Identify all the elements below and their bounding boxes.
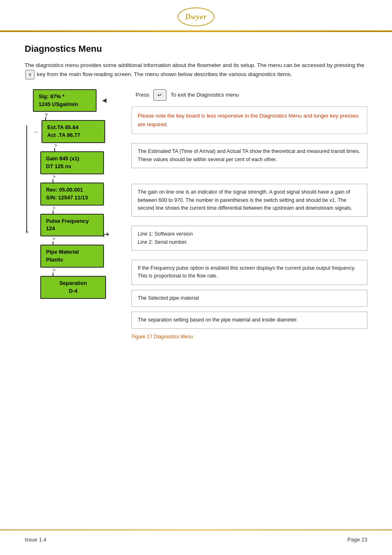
gain-desc-text: The gain on line one is an indicator of … — [138, 189, 352, 211]
pipe-box-row: Pipe Material Plastic — [33, 245, 104, 268]
gap2 — [131, 171, 367, 184]
flowchart-item-esta: → Est.TA 85.64 Act .TA 86.77 > — [33, 120, 115, 151]
gain-box-row: Gain 845 (x1) DT 125 ns — [33, 151, 104, 174]
arrow-r3: > — [33, 206, 55, 210]
press-label: Press — [136, 92, 149, 98]
press-enter-row: Press ↵ To exit the Diagnostics menu — [131, 89, 367, 101]
warning-box: Please note the key board is less respon… — [131, 106, 367, 134]
rev-desc-box: Line 1: Software version Line 2: Serial … — [131, 226, 367, 251]
line-v3 — [53, 179, 53, 183]
esta-line1: Est.TA 85.64 — [47, 124, 78, 130]
arrow-v1: v — [45, 112, 48, 117]
esta-box-row: → Est.TA 85.64 Act .TA 86.77 — [33, 120, 109, 143]
rev-box: Rev: 05.00.001 S/N: 12547 11/13 — [40, 183, 104, 206]
sig-box-row: Sig: 87% * 1245 USgal/min ◄ — [33, 89, 108, 112]
gap3 — [131, 219, 367, 226]
esta-desc-box: The Estimated TA (Time of Arrival) and A… — [131, 143, 367, 168]
figure-caption: Figure 17 Diagnostics Menu — [131, 334, 367, 340]
intro-text-part2: key from the main flow-reading screen. T… — [37, 71, 292, 77]
gap1 — [131, 136, 367, 143]
flowchart-item-gain: Gain 845 (x1) DT 125 ns > — [33, 151, 115, 183]
pulse-line2: 124 — [46, 225, 55, 231]
intro-text-part1: The diagnostics menu provides some addit… — [25, 62, 364, 68]
sep-desc-box: The separation setting based on the pipe… — [131, 312, 367, 328]
esta-left-arrow: → — [33, 129, 38, 135]
line-v6 — [53, 273, 53, 276]
arrow-r4: > — [33, 236, 55, 241]
sep-box-row: Separation D-4 — [33, 276, 106, 299]
rev-desc-line1: Line 1: Software version — [138, 231, 193, 237]
gain-line1: Gain 845 (x1) — [46, 155, 79, 162]
line-v4 — [53, 210, 53, 214]
line-v5 — [53, 241, 53, 245]
line-v2 — [54, 148, 55, 151]
flowchart-item-pipe: Pipe Material Plastic > — [33, 245, 115, 276]
pulse-line1: Pulse Frequency — [46, 218, 89, 224]
footer-right: Page 23 — [348, 536, 367, 543]
enter-key: ↵ — [153, 89, 166, 101]
flowchart-item-pulse: Pulse Frequency 124 > — [33, 214, 115, 245]
rev-desc-line2: Line 2: Serial number. — [138, 239, 188, 245]
v-key-badge: v — [25, 70, 35, 79]
footer-text: Issue 1.4 Page 23 — [25, 536, 367, 543]
rev-line2: S/N: 12547 11/13 — [46, 194, 88, 201]
pipe-line1: Pipe Material — [46, 249, 79, 255]
page-header: Dwyer — [0, 0, 392, 32]
description-column: Press ↵ To exit the Diagnostics menu Ple… — [115, 89, 367, 340]
flowchart-item-sig: Sig: 87% * 1245 USgal/min ◄ v — [33, 89, 115, 120]
logo-text: Dwyer — [185, 13, 207, 21]
sig-line2: 1245 USgal/min — [39, 101, 78, 107]
arrow-r2: > — [33, 174, 55, 179]
gain-desc-box: The gain on line one is an indicator of … — [131, 184, 367, 217]
left-connector-line — [26, 125, 27, 232]
sig-left-arrow: ◄ — [101, 96, 108, 105]
sep-line2: D-4 — [69, 288, 78, 294]
intro-paragraph: The diagnostics menu provides some addit… — [25, 61, 367, 79]
arrow-r5: > — [33, 268, 55, 273]
page-title: Diagnostics Menu — [25, 44, 367, 54]
arrow-r1: > — [33, 143, 57, 148]
footer-line — [0, 530, 392, 530]
gap4 — [131, 253, 367, 260]
pulse-box-row: Pulse Frequency 124 — [33, 214, 104, 237]
pulse-box: Pulse Frequency 124 — [40, 214, 104, 237]
sep-desc-text: The separation setting based on the pipe… — [138, 317, 298, 323]
rev-line1: Rev: 05.00.001 — [46, 187, 83, 193]
flowchart-item-sep: Separation D-4 — [33, 276, 115, 299]
pipe-desc-text: The Selected pipe material — [138, 295, 199, 301]
pipe-line2: Plastic — [46, 257, 63, 263]
pulse-desc-box: If the Frequency pulse option is enabled… — [131, 260, 367, 285]
exit-text: To exit the Diagnostics menu — [171, 92, 239, 98]
enter-symbol: ↵ — [157, 92, 162, 98]
sig-box: Sig: 87% * 1245 USgal/min — [33, 89, 97, 112]
sep-line1: Separation — [59, 280, 87, 286]
gain-line2: DT 125 ns — [46, 163, 71, 169]
flowchart-column: > Sig: 87% * 1245 USgal/min ◄ v — [25, 89, 115, 340]
diagram-area: > Sig: 87% * 1245 USgal/min ◄ v — [25, 89, 367, 340]
esta-line2: Act .TA 86.77 — [47, 132, 80, 138]
line-v1 — [45, 117, 46, 120]
warning-text: Please note the key board is less respon… — [138, 113, 359, 127]
gain-box: Gain 845 (x1) DT 125 ns — [40, 151, 104, 174]
esta-desc-text: The Estimated TA (Time of Arrival) and A… — [138, 148, 360, 162]
footer-left: Issue 1.4 — [25, 536, 46, 543]
pipe-box: Pipe Material Plastic — [40, 245, 104, 268]
sep-box: Separation D-4 — [40, 276, 106, 299]
logo: Dwyer — [178, 7, 214, 26]
flowchart-item-rev: Rev: 05.00.001 S/N: 12547 11/13 > — [33, 183, 115, 214]
esta-box: Est.TA 85.64 Act .TA 86.77 — [42, 120, 105, 143]
page-content: Diagnostics Menu The diagnostics menu pr… — [0, 32, 392, 348]
rev-box-row: Rev: 05.00.001 S/N: 12547 11/13 — [33, 183, 104, 206]
sig-line1: Sig: 87% * — [39, 93, 65, 99]
header-line — [0, 30, 392, 32]
figure-caption-text: Figure 17 Diagnostics Menu — [131, 334, 193, 340]
pipe-desc-box: The Selected pipe material — [131, 290, 367, 307]
pulse-desc-text: If the Frequency pulse option is enabled… — [138, 265, 355, 279]
